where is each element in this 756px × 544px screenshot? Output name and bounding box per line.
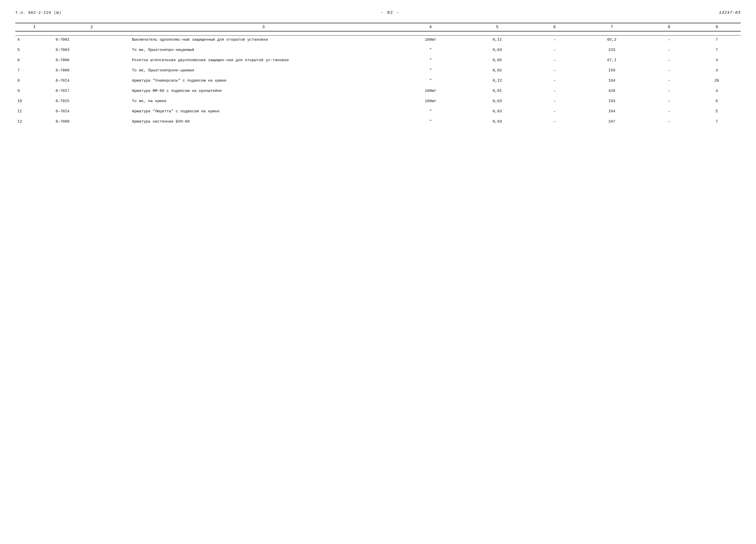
cell-col5: 0,03 [464, 46, 531, 55]
cell-col1: I0 [15, 97, 54, 106]
cell-col3: Арматура ФМ-60 с подвесом на кронштейне [130, 87, 397, 96]
header-left: Т.п. 902-2-229 (Ш) [15, 11, 61, 15]
cell-col6: – [531, 66, 578, 75]
cell-col8: – [645, 97, 693, 106]
cell-col3: Выключатель однополюс-ный защищенный для… [130, 35, 397, 44]
table-row: 48–700IВыключатель однополюс-ный защищен… [15, 35, 741, 44]
cell-col9: 5 [693, 107, 741, 116]
column-header-9: 9 [693, 23, 741, 31]
cell-col9: 3 [693, 56, 741, 65]
cell-col8: – [645, 87, 693, 96]
cell-col2: 8–7008 [54, 66, 130, 75]
cell-col6: – [531, 46, 578, 55]
cell-col5: 0,I2 [464, 77, 531, 85]
table-row: 78–7008То же, брызгонепрони-цаемая"0,02–… [15, 66, 741, 75]
column-header-6: 6 [531, 23, 578, 31]
table-row: 68–7006Розетка штепсельная двухполюсная … [15, 56, 741, 65]
cell-col2: 8–70I4 [54, 107, 130, 116]
cell-col5: 0,05 [464, 56, 531, 65]
cell-col7: 247 [578, 118, 645, 126]
cell-col7: 65,2 [578, 35, 645, 44]
cell-col2: 8–7006 [54, 56, 130, 65]
cell-col2: 8–700I [54, 35, 130, 44]
cell-col8: – [645, 107, 693, 116]
cell-col9: 7 [693, 35, 741, 44]
cell-col3: Арматура "Универсаль" с подвесом на крюк… [130, 77, 397, 85]
table-row: I28–7060Арматура настенная БУН-60"0,03–2… [15, 118, 741, 126]
table-row: I08–70I5То же, на крюке100мт0,03–I93–6 [15, 97, 741, 106]
cell-col8: – [645, 118, 693, 126]
cell-col7: I64 [578, 77, 645, 85]
table-subheader-row [15, 31, 741, 35]
cell-col4: " [397, 56, 464, 65]
cell-col6: – [531, 97, 578, 106]
table-body: 48–700IВыключатель однополюс-ный защищен… [15, 35, 741, 126]
cell-col1: 5 [15, 46, 54, 55]
cell-col9: 6 [693, 97, 741, 106]
table-header-row: I23456789 [15, 23, 741, 31]
cell-col2: 8–70I7 [54, 87, 130, 96]
cell-col7: I93 [578, 97, 645, 106]
cell-col3: Арматура настенная БУН-60 [130, 118, 397, 126]
table-row: 58–7003То же, брызгонепро-ницаемый"0,03–… [15, 46, 741, 55]
cell-col8: – [645, 46, 693, 55]
table-row: II8–70I4Арматура "Люцетта" с подвесом на… [15, 107, 741, 116]
column-header-2: 2 [54, 23, 130, 31]
cell-col5: 0,03 [464, 97, 531, 106]
cell-col7: 233 [578, 46, 645, 55]
cell-col4: " [397, 118, 464, 126]
table-row: 98–70I7Арматура ФМ-60 с подвесом на крон… [15, 87, 741, 96]
page-header: Т.п. 902-2-229 (Ш) - 92 - 13247-03 [15, 10, 741, 15]
cell-col1: 8 [15, 77, 54, 85]
cell-col7: I59 [578, 66, 645, 75]
cell-col2: 8–7003 [54, 46, 130, 55]
cell-col4: 100мт [397, 97, 464, 106]
cell-col9: 20 [693, 77, 741, 85]
cell-col3: То же, брызгонепро-ницаемый [130, 46, 397, 55]
header-center: - 92 - [381, 10, 400, 15]
header-right: 13247-03 [719, 10, 741, 15]
cell-col2: 8–70I5 [54, 97, 130, 106]
cell-col3: Арматура "Люцетта" с подвесом на крюке [130, 107, 397, 116]
cell-col7: I64 [578, 107, 645, 116]
cell-col4: " [397, 46, 464, 55]
cell-col8: – [645, 66, 693, 75]
cell-col4: " [397, 77, 464, 85]
cell-col7: 428 [578, 87, 645, 96]
cell-col5: 0,0I [464, 87, 531, 96]
column-header-I: I [15, 23, 54, 31]
cell-col9: 4 [693, 87, 741, 96]
cell-col1: 6 [15, 56, 54, 65]
cell-col9: 7 [693, 118, 741, 126]
cell-col1: I2 [15, 118, 54, 126]
cell-col7: 67,I [578, 56, 645, 65]
column-header-7: 7 [578, 23, 645, 31]
cell-col6: – [531, 118, 578, 126]
main-table: I23456789 48–700IВыключатель однополюс-н… [15, 23, 741, 126]
cell-col8: – [645, 77, 693, 85]
cell-col5: 0,03 [464, 118, 531, 126]
cell-col5: 0,02 [464, 66, 531, 75]
column-header-5: 5 [464, 23, 531, 31]
cell-col1: 4 [15, 35, 54, 44]
cell-col3: То же, на крюке [130, 97, 397, 106]
cell-col1: 9 [15, 87, 54, 96]
column-header-4: 4 [397, 23, 464, 31]
table-row: 88–70I4Арматура "Универсаль" с подвесом … [15, 77, 741, 85]
cell-col4: " [397, 107, 464, 116]
cell-col5: 0,II [464, 35, 531, 44]
cell-col6: – [531, 77, 578, 85]
cell-col6: – [531, 107, 578, 116]
cell-col6: – [531, 35, 578, 44]
cell-col1: II [15, 107, 54, 116]
cell-col2: 8–70I4 [54, 77, 130, 85]
cell-col4: " [397, 66, 464, 75]
column-header-3: 3 [130, 23, 397, 31]
cell-col4: 100мт [397, 87, 464, 96]
cell-col9: 3 [693, 66, 741, 75]
cell-col3: То же, брызгонепрони-цаемая [130, 66, 397, 75]
column-header-8: 8 [645, 23, 693, 31]
cell-col6: – [531, 56, 578, 65]
cell-col8: – [645, 56, 693, 65]
cell-col9: 7 [693, 46, 741, 55]
